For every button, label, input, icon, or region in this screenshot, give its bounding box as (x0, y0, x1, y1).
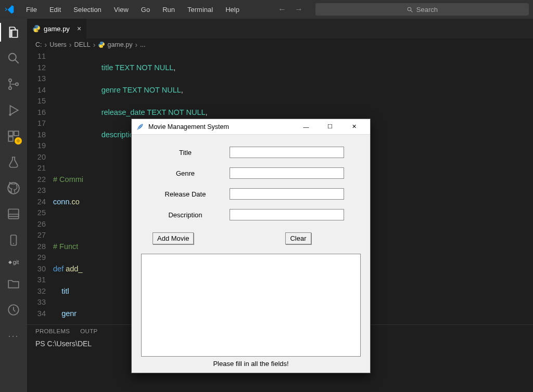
svg-line-3 (15, 60, 19, 63)
chevron-right-icon: › (134, 41, 138, 49)
editor-area: game.py × C: › Users › DELL › game.py › … (27, 19, 533, 392)
explorer-icon[interactable] (6, 25, 21, 40)
label-description: Description (141, 211, 230, 219)
search-icon (407, 6, 413, 13)
github-icon[interactable] (6, 181, 21, 195)
timeline-icon[interactable] (6, 303, 21, 317)
svg-rect-9 (14, 131, 19, 136)
git-indicator[interactable]: ◆git (8, 259, 19, 265)
tk-window-title: Movie Management System (148, 123, 294, 130)
svg-point-5 (9, 87, 11, 89)
activitybar: ◆git ··· (0, 19, 27, 392)
svg-point-15 (13, 243, 14, 244)
menu-selection[interactable]: Selection (68, 4, 106, 16)
breadcrumb-file[interactable]: game.py (107, 41, 132, 48)
vscode-logo-icon (4, 4, 15, 15)
breadcrumb[interactable]: C: › Users › DELL › game.py › ... (27, 38, 533, 51)
label-release-date: Release Date (141, 190, 230, 198)
tk-minimize-button[interactable]: — (294, 119, 318, 135)
chevron-right-icon: › (44, 41, 48, 49)
clear-button[interactable]: Clear (285, 232, 311, 244)
input-description[interactable] (230, 209, 344, 220)
input-title[interactable] (230, 147, 344, 158)
svg-rect-10 (8, 137, 13, 141)
svg-point-7 (9, 114, 11, 116)
breadcrumb-part[interactable]: C: (35, 41, 42, 48)
svg-point-4 (9, 79, 11, 82)
titlebar: File Edit Selection View Go Run Terminal… (0, 0, 533, 19)
run-debug-icon[interactable] (6, 103, 21, 117)
svg-rect-12 (8, 209, 19, 216)
chevron-right-icon: › (93, 41, 96, 49)
menu-view[interactable]: View (109, 4, 134, 16)
tk-body: Title Genre Release Date Description Add… (132, 135, 370, 373)
breadcrumb-ellipsis[interactable]: ... (140, 41, 145, 48)
feather-icon (136, 123, 144, 131)
menu-help[interactable]: Help (220, 4, 245, 16)
testing-icon[interactable] (6, 155, 21, 169)
menu-edit[interactable]: Edit (44, 4, 66, 16)
panel-tab-output[interactable]: OUTP (80, 328, 97, 334)
tab-game-py[interactable]: game.py × (27, 19, 86, 38)
source-control-icon[interactable] (6, 77, 21, 92)
terminal-prompt: PS C:\Users\DEL (35, 339, 92, 348)
nav-forward-icon[interactable]: → (295, 5, 303, 14)
folder-icon[interactable] (6, 277, 21, 291)
tk-window: Movie Management System — ☐ ✕ Title Genr… (131, 119, 371, 373)
label-genre: Genre (141, 169, 230, 177)
breadcrumb-part[interactable]: DELL (74, 41, 91, 48)
status-message: Please fill in all the fields! (141, 357, 361, 369)
svg-point-6 (16, 83, 18, 85)
tab-close-icon[interactable]: × (77, 24, 81, 33)
search-placeholder: Search (416, 6, 438, 14)
menu-run[interactable]: Run (157, 4, 180, 16)
input-genre[interactable] (230, 167, 344, 179)
tk-maximize-button[interactable]: ☐ (318, 119, 342, 135)
label-title: Title (141, 149, 230, 156)
editor-tabs: game.py × (27, 19, 533, 38)
device-icon[interactable] (6, 233, 21, 247)
search-sidebar-icon[interactable] (6, 51, 21, 66)
svg-point-2 (9, 54, 16, 61)
nav-back-icon[interactable]: ← (278, 5, 286, 14)
python-file-icon (32, 24, 41, 33)
menu-terminal[interactable]: Terminal (182, 4, 218, 16)
panel-tab-problems[interactable]: PROBLEMS (35, 328, 70, 334)
add-movie-button[interactable]: Add Movie (153, 232, 194, 244)
remote-explorer-icon[interactable] (6, 207, 21, 221)
svg-point-0 (408, 7, 411, 11)
chevron-right-icon: › (69, 41, 72, 49)
menu-file[interactable]: File (21, 4, 42, 16)
line-gutter: 1112131415161718192021222324252627282930… (27, 51, 53, 324)
svg-line-1 (411, 10, 412, 12)
tab-filename: game.py (44, 25, 70, 33)
svg-rect-8 (8, 131, 13, 136)
more-icon[interactable]: ··· (6, 329, 21, 343)
breadcrumb-part[interactable]: Users (49, 41, 67, 48)
tk-close-button[interactable]: ✕ (342, 119, 366, 135)
tk-titlebar[interactable]: Movie Management System — ☐ ✕ (132, 119, 370, 135)
movie-listbox[interactable] (141, 254, 361, 357)
python-file-icon (98, 41, 105, 49)
extensions-icon[interactable] (6, 129, 21, 143)
nav-arrows: ← → (278, 5, 303, 14)
menu-go[interactable]: Go (136, 4, 155, 16)
extensions-badge (15, 137, 22, 145)
input-release-date[interactable] (230, 188, 344, 200)
global-search-input[interactable]: Search (315, 3, 529, 16)
